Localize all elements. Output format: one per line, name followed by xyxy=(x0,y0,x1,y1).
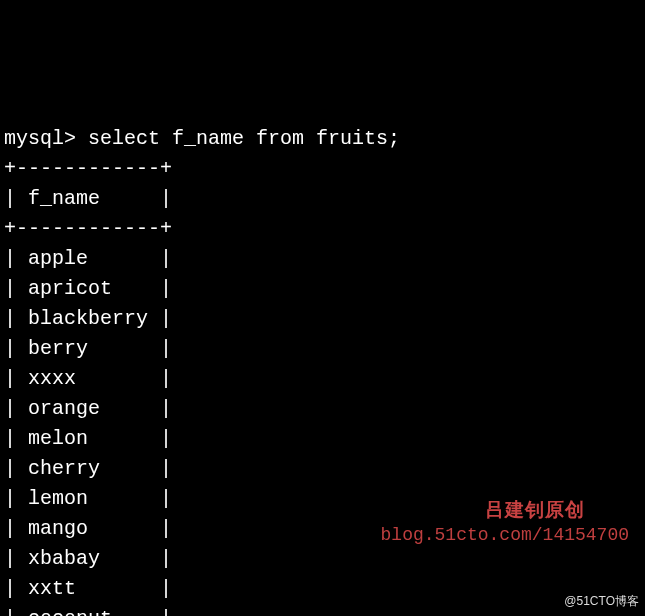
table-row: | apple | xyxy=(4,247,172,270)
table-header: | f_name | xyxy=(4,187,172,210)
table-row: | berry | xyxy=(4,337,172,360)
table-row: | cherry | xyxy=(4,457,172,480)
table-row: | mango | xyxy=(4,517,172,540)
watermark-credit: @51CTO博客 xyxy=(564,592,639,610)
table-row: | xbabay | xyxy=(4,547,172,570)
table-row: | apricot | xyxy=(4,277,172,300)
table-row: | coconut | xyxy=(4,607,172,616)
table-border-top: +------------+ xyxy=(4,157,172,180)
table-row: | xxxx | xyxy=(4,367,172,390)
table-border-mid: +------------+ xyxy=(4,217,172,240)
watermark-author: 吕建钊原创 xyxy=(485,496,585,525)
table-row: | blackberry | xyxy=(4,307,172,330)
mysql-prompt: mysql> xyxy=(4,127,88,150)
sql-query: select f_name from fruits; xyxy=(88,127,400,150)
watermark-blog-url: blog.51cto.com/14154700 xyxy=(381,522,629,549)
table-row: | lemon | xyxy=(4,487,172,510)
table-row: | melon | xyxy=(4,427,172,450)
table-row: | xxtt | xyxy=(4,577,172,600)
table-row: | orange | xyxy=(4,397,172,420)
